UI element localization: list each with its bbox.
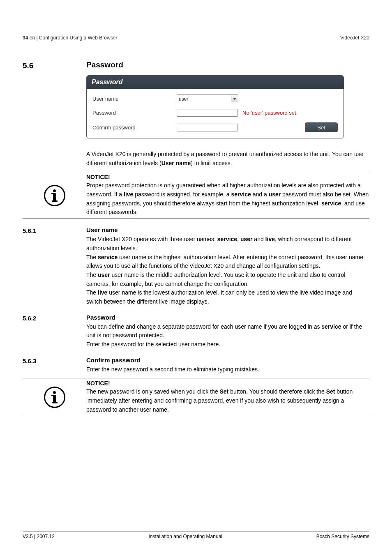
header-left: 34 en | Configuration Using a Web Browse… xyxy=(23,35,117,41)
notice-body-1: Proper password protection is only guara… xyxy=(86,181,369,217)
subsection-title-password: Password xyxy=(86,314,369,321)
section-title-password: Password xyxy=(86,60,369,69)
confirm-label: Confirm password xyxy=(92,124,177,131)
password-panel: Password User name user Password xyxy=(86,75,344,138)
password-status: No 'user' password set. xyxy=(242,110,297,116)
sec562-p2: Enter the password for the selected user… xyxy=(86,340,369,349)
password-label: Password xyxy=(92,110,177,116)
breadcrumb-prefix: en | xyxy=(30,35,39,41)
info-icon xyxy=(44,387,65,408)
page-number: 34 xyxy=(23,35,28,41)
section-number-5-6-2: 5.6.2 xyxy=(23,314,86,322)
footer-company: Bosch Security Systems xyxy=(316,534,369,539)
password-input[interactable] xyxy=(177,109,238,117)
subsection-title-username: User name xyxy=(86,226,369,233)
panel-header: Password xyxy=(87,76,344,89)
intro-paragraph: A VideoJet X20 is generally protected by… xyxy=(86,150,369,168)
sec562-p1: You can define and change a separate pas… xyxy=(86,322,369,340)
confirm-input[interactable] xyxy=(177,124,238,131)
notice-title-1: NOTICE! xyxy=(86,174,369,180)
breadcrumb: Configuration Using a Web Browser xyxy=(39,35,118,41)
chevron-down-icon[interactable] xyxy=(231,95,238,102)
header-product: VideoJet X20 xyxy=(340,35,369,41)
footer-doc-title: Installation and Operating Manual xyxy=(149,534,222,539)
set-button[interactable]: Set xyxy=(305,122,338,132)
username-select-value: user xyxy=(177,96,231,102)
footer-version: V3.5 | 2007.12 xyxy=(23,534,55,539)
sec561-p3: The user user name is the middle authori… xyxy=(86,271,369,288)
sec561-p1: The VideoJet X20 operates with three use… xyxy=(86,235,369,253)
notice-title-2: NOTICE! xyxy=(86,380,369,387)
username-label: User name xyxy=(92,96,177,102)
sec563-p1: Enter the new password a second time to … xyxy=(86,365,369,374)
sec561-p2: The service user name is the highest aut… xyxy=(86,253,369,271)
section-number-5-6: 5.6 xyxy=(23,60,86,70)
info-icon xyxy=(44,185,65,206)
subsection-title-confirm: Confirm password xyxy=(86,357,369,364)
sec561-p4: The live user name is the lowest authori… xyxy=(86,288,369,306)
section-number-5-6-1: 5.6.1 xyxy=(23,226,86,234)
username-select[interactable]: user xyxy=(177,94,238,103)
section-number-5-6-3: 5.6.3 xyxy=(23,357,86,364)
notice-body-2: The new password is only saved when you … xyxy=(86,387,369,414)
